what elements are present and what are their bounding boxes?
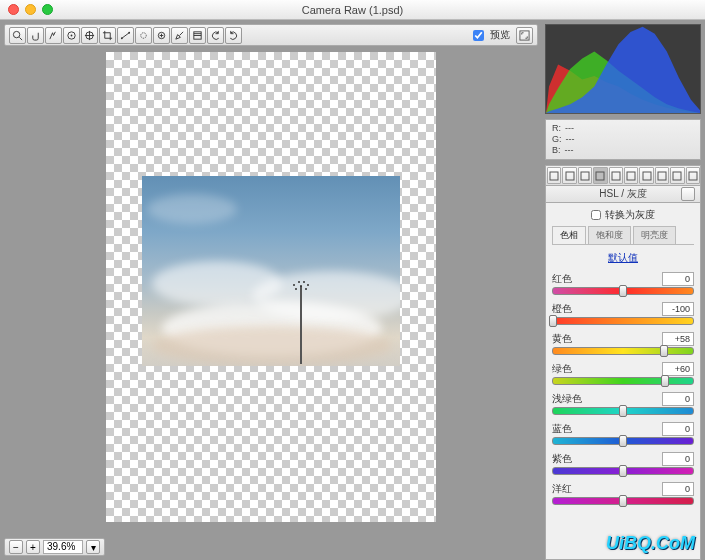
convert-grayscale-checkbox[interactable] <box>591 210 601 220</box>
slider-value-magentas[interactable]: 0 <box>662 482 694 496</box>
panel-tab-split-tone[interactable] <box>609 167 623 184</box>
hand-tool[interactable] <box>27 27 44 44</box>
rotate-cw-tool[interactable] <box>225 27 242 44</box>
slider-value-greens[interactable]: +60 <box>662 362 694 376</box>
slider-thumb-aquas[interactable] <box>619 405 627 417</box>
watermark: UiBQ.CoM <box>606 533 695 554</box>
preview-checkbox[interactable] <box>473 30 484 41</box>
slider-track-blues[interactable] <box>552 437 694 445</box>
svg-rect-18 <box>520 30 529 39</box>
slider-label-magentas: 洋红 <box>552 482 572 496</box>
toolbar: 预览 <box>4 24 538 46</box>
slider-label-aquas: 浅绿色 <box>552 392 582 406</box>
slider-label-blues: 蓝色 <box>552 422 572 436</box>
svg-line-14 <box>180 31 184 35</box>
svg-rect-25 <box>643 172 651 180</box>
readout-r: --- <box>565 123 574 134</box>
slider-row-purples: 紫色0 <box>552 452 694 475</box>
slider-label-yellows: 黄色 <box>552 332 572 346</box>
slider-value-oranges[interactable]: -100 <box>662 302 694 316</box>
adjustment-brush-tool[interactable] <box>171 27 188 44</box>
titlebar: Camera Raw (1.psd) <box>0 0 705 20</box>
slider-row-yellows: 黄色+58 <box>552 332 694 355</box>
slider-thumb-greens[interactable] <box>661 375 669 387</box>
panel-tab-basic[interactable] <box>547 167 561 184</box>
slider-value-blues[interactable]: 0 <box>662 422 694 436</box>
document-canvas[interactable] <box>106 52 436 522</box>
panel-tab-camera[interactable] <box>655 167 669 184</box>
rotate-ccw-tool[interactable] <box>207 27 224 44</box>
target-adjust-tool[interactable] <box>81 27 98 44</box>
convert-grayscale-label: 转换为灰度 <box>605 208 655 222</box>
slider-thumb-reds[interactable] <box>619 285 627 297</box>
color-sampler-tool[interactable] <box>63 27 80 44</box>
graduated-filter-tool[interactable] <box>189 27 206 44</box>
svg-rect-22 <box>596 172 604 180</box>
slider-thumb-oranges[interactable] <box>549 315 557 327</box>
slider-track-purples[interactable] <box>552 467 694 475</box>
svg-line-1 <box>19 37 22 40</box>
panel-tab-presets[interactable] <box>670 167 684 184</box>
panel-tab-hsl[interactable] <box>593 167 607 184</box>
window-title: Camera Raw (1.psd) <box>0 4 705 16</box>
slider-thumb-magentas[interactable] <box>619 495 627 507</box>
image-layer <box>142 176 400 366</box>
slider-row-reds: 红色0 <box>552 272 694 295</box>
slider-track-reds[interactable] <box>552 287 694 295</box>
readout-b: --- <box>565 145 574 156</box>
straighten-tool[interactable] <box>117 27 134 44</box>
sub-tab-luminance[interactable]: 明亮度 <box>633 226 676 244</box>
slider-value-aquas[interactable]: 0 <box>662 392 694 406</box>
zoom-level[interactable]: 39.6% <box>43 540 83 554</box>
panel-tab-lens[interactable] <box>624 167 638 184</box>
panel-tabs <box>545 165 701 185</box>
red-eye-tool[interactable] <box>153 27 170 44</box>
slider-track-greens[interactable] <box>552 377 694 385</box>
panel-tab-curves[interactable] <box>562 167 576 184</box>
svg-rect-20 <box>566 172 574 180</box>
slider-row-magentas: 洋红0 <box>552 482 694 505</box>
slider-thumb-blues[interactable] <box>619 435 627 447</box>
slider-track-yellows[interactable] <box>552 347 694 355</box>
defaults-link[interactable]: 默认值 <box>552 248 694 272</box>
slider-track-aquas[interactable] <box>552 407 694 415</box>
svg-point-8 <box>121 37 123 39</box>
zoom-out-button[interactable]: − <box>9 540 23 554</box>
sub-tab-hue[interactable]: 色相 <box>552 226 586 244</box>
slider-row-oranges: 橙色-100 <box>552 302 694 325</box>
zoom-tool[interactable] <box>9 27 26 44</box>
sub-tab-saturation[interactable]: 饱和度 <box>588 226 631 244</box>
readout-g: --- <box>566 134 575 145</box>
preview-label: 预览 <box>490 28 510 42</box>
slider-row-aquas: 浅绿色0 <box>552 392 694 415</box>
slider-thumb-purples[interactable] <box>619 465 627 477</box>
footer-bar: − + 39.6% ▾ <box>4 538 105 556</box>
svg-line-7 <box>122 32 129 38</box>
svg-rect-24 <box>627 172 635 180</box>
svg-point-3 <box>71 34 73 36</box>
slider-track-magentas[interactable] <box>552 497 694 505</box>
white-balance-tool[interactable] <box>45 27 62 44</box>
panel-tab-detail[interactable] <box>578 167 592 184</box>
slider-thumb-yellows[interactable] <box>660 345 668 357</box>
hsl-sub-tabs: 色相 饱和度 明亮度 <box>552 226 694 245</box>
svg-rect-21 <box>581 172 589 180</box>
panel-tab-fx[interactable] <box>639 167 653 184</box>
slider-value-reds[interactable]: 0 <box>662 272 694 286</box>
zoom-menu-button[interactable]: ▾ <box>86 540 100 554</box>
histogram[interactable] <box>545 24 701 114</box>
panel-tab-snapshots[interactable] <box>686 167 700 184</box>
spot-removal-tool[interactable] <box>135 27 152 44</box>
svg-point-10 <box>141 32 147 38</box>
svg-point-9 <box>128 31 130 33</box>
slider-label-purples: 紫色 <box>552 452 572 466</box>
slider-row-blues: 蓝色0 <box>552 422 694 445</box>
svg-point-0 <box>13 31 19 37</box>
crop-tool[interactable] <box>99 27 116 44</box>
slider-track-oranges[interactable] <box>552 317 694 325</box>
zoom-in-button[interactable]: + <box>26 540 40 554</box>
slider-value-purples[interactable]: 0 <box>662 452 694 466</box>
slider-label-reds: 红色 <box>552 272 572 286</box>
slider-value-yellows[interactable]: +58 <box>662 332 694 346</box>
fullscreen-toggle-button[interactable] <box>516 27 533 44</box>
